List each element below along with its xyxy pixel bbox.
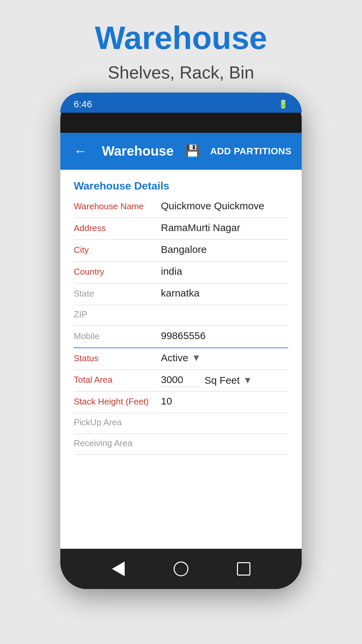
label-mobile: Mobile xyxy=(74,331,161,343)
field-zip: ZIP xyxy=(74,309,288,326)
status-dropdown-arrow[interactable]: ▼ xyxy=(192,353,201,363)
bottom-nav-bar xyxy=(60,549,302,589)
nav-home-button[interactable] xyxy=(171,559,191,579)
label-total-area: Total Area xyxy=(74,375,161,387)
value-receiving-area[interactable] xyxy=(161,448,288,450)
field-mobile: Mobile 99865556 xyxy=(74,330,288,348)
label-warehouse-name: Warehouse Name xyxy=(74,201,161,214)
field-stack-height: Stack Height (Feet) 10 xyxy=(74,395,288,413)
form-container: Warehouse Details Warehouse Name Quickmo… xyxy=(60,170,302,549)
field-address: Address RamaMurti Nagar xyxy=(74,222,288,240)
value-mobile[interactable]: 99865556 xyxy=(161,330,288,343)
status-time: 6:46 xyxy=(74,99,92,110)
value-state[interactable]: karnatka xyxy=(161,287,288,301)
field-status: Status Active ▼ xyxy=(74,352,288,370)
total-area-number[interactable]: 3000 xyxy=(161,374,201,387)
save-icon[interactable]: 💾 xyxy=(185,144,200,158)
value-status[interactable]: Active ▼ xyxy=(161,352,288,366)
label-country: Country xyxy=(74,267,161,279)
field-receiving-area: Receiving Area xyxy=(74,438,288,455)
nav-recent-button[interactable] xyxy=(234,559,254,579)
page-subtitle: Shelves, Rack, Bin xyxy=(95,62,267,83)
unit-text: Sq Feet xyxy=(204,375,240,386)
label-state: State xyxy=(74,288,161,301)
label-address: Address xyxy=(74,223,161,235)
value-city[interactable]: Bangalore xyxy=(161,244,288,257)
nav-back-button[interactable] xyxy=(108,559,128,579)
value-address[interactable]: RamaMurti Nagar xyxy=(161,222,288,235)
status-value-text: Active xyxy=(161,352,188,364)
home-nav-icon xyxy=(174,561,188,576)
value-zip[interactable] xyxy=(161,320,288,322)
field-city: City Bangalore xyxy=(74,244,288,262)
field-state: State karnatka xyxy=(74,287,288,305)
total-area-inputs: 3000 Sq Feet ▼ xyxy=(161,374,288,387)
status-bar: 6:46 🔋 xyxy=(60,93,302,113)
label-stack-height: Stack Height (Feet) xyxy=(74,396,161,409)
field-warehouse-name: Warehouse Name Quickmove Quickmove xyxy=(74,200,288,218)
label-receiving-area: Receiving Area xyxy=(74,438,161,450)
unit-dropdown-arrow[interactable]: ▼ xyxy=(243,375,252,386)
back-button[interactable]: ← xyxy=(70,140,90,162)
label-status: Status xyxy=(74,353,161,366)
app-bar: ← Warehouse 💾 ADD PARTITIONS xyxy=(60,133,302,170)
value-pickup-area[interactable] xyxy=(161,428,288,430)
label-city: City xyxy=(74,245,161,257)
app-bar-title: Warehouse xyxy=(97,144,178,159)
page-title: Warehouse xyxy=(95,20,267,56)
battery-icon: 🔋 xyxy=(278,100,288,109)
section-title: Warehouse Details xyxy=(74,180,288,192)
value-warehouse-name[interactable]: Quickmove Quickmove xyxy=(161,200,288,214)
page-header: Warehouse Shelves, Rack, Bin xyxy=(95,20,267,83)
field-country: Country india xyxy=(74,266,288,283)
phone-shell: 6:46 🔋 ← Warehouse 💾 ADD PARTITIONS Ware… xyxy=(60,93,302,589)
add-partitions-button[interactable]: ADD PARTITIONS xyxy=(210,146,292,157)
label-zip: ZIP xyxy=(74,309,161,322)
field-total-area: Total Area 3000 Sq Feet ▼ xyxy=(74,374,288,391)
value-stack-height[interactable]: 10 xyxy=(161,395,288,409)
back-nav-icon xyxy=(112,561,125,576)
total-area-unit[interactable]: Sq Feet ▼ xyxy=(204,375,252,386)
recent-nav-icon xyxy=(237,562,250,576)
screen-content: Warehouse Details Warehouse Name Quickmo… xyxy=(60,170,302,549)
field-pickup-area: PickUp Area xyxy=(74,417,288,434)
label-pickup-area: PickUp Area xyxy=(74,417,161,430)
value-country[interactable]: india xyxy=(161,266,288,279)
